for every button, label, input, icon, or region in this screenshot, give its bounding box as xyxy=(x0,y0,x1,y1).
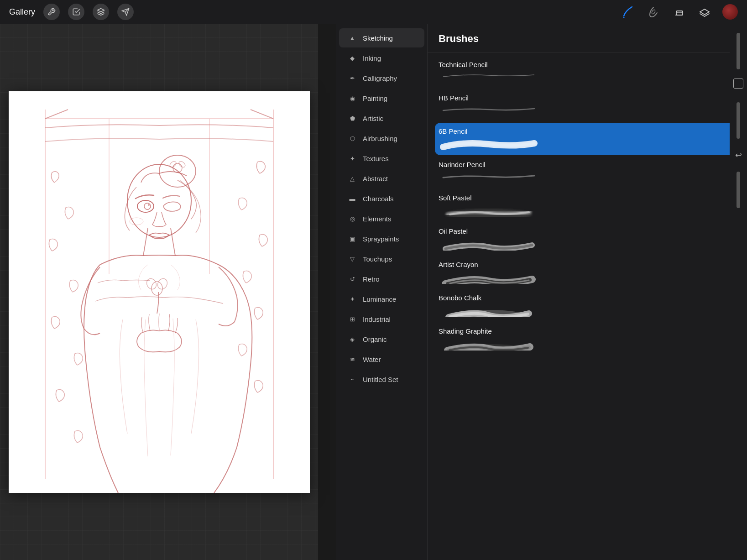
extra-slider[interactable] xyxy=(737,172,740,208)
sidebar-item-elements[interactable]: ◎ Elements xyxy=(339,209,424,228)
wrench-tool-button[interactable] xyxy=(43,4,60,20)
color-picker-button[interactable] xyxy=(722,4,738,20)
stylize-tool-button[interactable] xyxy=(93,4,109,20)
brush-stroke-hb-pencil xyxy=(439,105,736,117)
sidebar-item-label-untitled: Untitled Set xyxy=(363,376,398,383)
sidebar-item-water[interactable]: ≋ Water xyxy=(339,350,424,369)
eraser-tool-button[interactable] xyxy=(671,4,687,20)
sidebar-item-inking[interactable]: ◆ Inking xyxy=(339,48,424,68)
share-tool-button[interactable] xyxy=(117,4,134,20)
sidebar-item-luminance[interactable]: ✦ Luminance xyxy=(339,289,424,309)
sketching-icon: ▲ xyxy=(347,33,357,43)
brush-stroke-narinder-pencil xyxy=(439,171,736,184)
sidebar-item-untitled[interactable]: ~ Untitled Set xyxy=(339,370,424,389)
brush-item-artist-crayon[interactable]: Artist Crayon xyxy=(435,256,740,288)
textures-icon: ✦ xyxy=(347,153,357,163)
brush-item-soft-pastel[interactable]: Soft Pastel xyxy=(435,189,740,222)
right-controls: ↩ xyxy=(730,24,747,560)
smudge-tool-button[interactable] xyxy=(646,4,661,20)
top-bar: Gallery xyxy=(0,0,747,24)
sidebar-item-label-textures: Textures xyxy=(363,155,389,162)
retro-icon: ↺ xyxy=(347,274,357,284)
sidebar-item-label-sketching: Sketching xyxy=(363,34,393,42)
sidebar-item-spraypaints[interactable]: ▣ Spraypaints xyxy=(339,229,424,248)
industrial-icon: ⊞ xyxy=(347,314,357,324)
sidebar-item-artistic[interactable]: ⬟ Artistic xyxy=(339,109,424,128)
sidebar-item-industrial[interactable]: ⊞ Industrial xyxy=(339,309,424,329)
brush-name-hb-pencil: HB Pencil xyxy=(439,94,736,102)
sidebar-item-sketching[interactable]: ▲ Sketching xyxy=(339,28,424,47)
sidebar-item-label-organic: Organic xyxy=(363,335,387,343)
gallery-button[interactable]: Gallery xyxy=(9,7,35,17)
modify-tool-button[interactable] xyxy=(68,4,84,20)
luminance-icon: ✦ xyxy=(347,294,357,304)
sidebar-item-abstract[interactable]: △ Abstract xyxy=(339,169,424,188)
airbrushing-icon: ⬡ xyxy=(347,133,357,143)
sidebar-item-label-calligraphy: Calligraphy xyxy=(363,74,397,82)
undo-button[interactable]: ↩ xyxy=(731,148,746,162)
brush-name-technical-pencil: Technical Pencil xyxy=(439,61,736,68)
sidebar-item-label-inking: Inking xyxy=(363,54,381,62)
canvas-area[interactable] xyxy=(0,24,318,560)
sidebar-item-touchups[interactable]: ▽ Touchups xyxy=(339,249,424,268)
sidebar-item-label-elements: Elements xyxy=(363,215,392,223)
brush-name-6b-pencil: 6B Pencil xyxy=(439,127,736,135)
brush-name-bonobo-chalk: Bonobo Chalk xyxy=(439,294,736,302)
organic-icon: ◈ xyxy=(347,334,357,344)
inking-icon: ◆ xyxy=(347,53,357,63)
brush-name-oil-pastel: Oil Pastel xyxy=(439,227,736,235)
brush-tool-button[interactable] xyxy=(620,4,636,20)
brush-stroke-technical-pencil xyxy=(439,71,736,84)
artistic-icon: ⬟ xyxy=(347,113,357,123)
brush-slider[interactable] xyxy=(737,102,740,139)
brush-stroke-oil-pastel xyxy=(439,238,736,251)
sidebar-item-label-airbrushing: Airbrushing xyxy=(363,135,397,142)
sidebar-item-calligraphy[interactable]: ✒ Calligraphy xyxy=(339,68,424,88)
brush-stroke-artist-crayon xyxy=(439,271,736,284)
brush-item-hb-pencil[interactable]: HB Pencil xyxy=(435,89,740,122)
brushes-list: Technical PencilHB Pencil6B PencilNarind… xyxy=(428,52,747,560)
brush-stroke-bonobo-chalk xyxy=(439,304,736,317)
sidebar-item-textures[interactable]: ✦ Textures xyxy=(339,149,424,168)
sidebar-item-label-abstract: Abstract xyxy=(363,175,388,183)
brush-name-artist-crayon: Artist Crayon xyxy=(439,261,736,268)
brush-item-bonobo-chalk[interactable]: Bonobo Chalk xyxy=(435,289,740,322)
water-icon: ≋ xyxy=(347,354,357,364)
sidebar-item-charcoals[interactable]: ▬ Charcoals xyxy=(339,189,424,208)
sidebar-item-label-industrial: Industrial xyxy=(363,315,391,323)
top-bar-right xyxy=(620,4,738,20)
spraypaints-icon: ▣ xyxy=(347,234,357,244)
drawing-canvas[interactable] xyxy=(9,91,310,493)
brush-item-technical-pencil[interactable]: Technical Pencil xyxy=(435,56,740,89)
abstract-icon: △ xyxy=(347,173,357,183)
brush-categories-panel: ▲ Sketching ◆ Inking ✒ Calligraphy ◉ Pai… xyxy=(336,24,428,560)
brushes-header: Brushes + xyxy=(428,24,747,52)
elements-icon: ◎ xyxy=(347,214,357,224)
brush-name-narinder-pencil: Narinder Pencil xyxy=(439,161,736,168)
sidebar-item-label-painting: Painting xyxy=(363,94,387,102)
sidebar-item-organic[interactable]: ◈ Organic xyxy=(339,330,424,349)
sidebar-item-label-retro: Retro xyxy=(363,275,380,283)
touchups-icon: ▽ xyxy=(347,254,357,264)
brush-name-shading-graphite: Shading Graphite xyxy=(439,327,736,335)
layers-tool-button[interactable] xyxy=(697,4,712,20)
brush-item-narinder-pencil[interactable]: Narinder Pencil xyxy=(435,156,740,188)
sidebar-item-airbrushing[interactable]: ⬡ Airbrushing xyxy=(339,129,424,148)
size-slider[interactable] xyxy=(737,33,740,69)
sidebar-item-retro[interactable]: ↺ Retro xyxy=(339,269,424,288)
sidebar-item-label-luminance: Luminance xyxy=(363,295,396,303)
sidebar-item-label-touchups: Touchups xyxy=(363,255,392,263)
painting-icon: ◉ xyxy=(347,93,357,103)
brush-item-6b-pencil[interactable]: 6B Pencil xyxy=(435,123,740,155)
sidebar-item-label-water: Water xyxy=(363,356,381,363)
brush-stroke-6b-pencil xyxy=(439,138,736,151)
brush-item-oil-pastel[interactable]: Oil Pastel xyxy=(435,223,740,255)
brushes-panel: Brushes + Technical PencilHB Pencil6B Pe… xyxy=(428,24,747,560)
sidebar-item-label-spraypaints: Spraypaints xyxy=(363,235,399,243)
sidebar-item-painting[interactable]: ◉ Painting xyxy=(339,89,424,108)
svg-rect-6 xyxy=(9,91,310,493)
brush-item-shading-graphite[interactable]: Shading Graphite xyxy=(435,323,740,355)
brush-stroke-soft-pastel xyxy=(439,204,736,217)
opacity-control[interactable] xyxy=(733,79,743,89)
charcoals-icon: ▬ xyxy=(347,194,357,204)
